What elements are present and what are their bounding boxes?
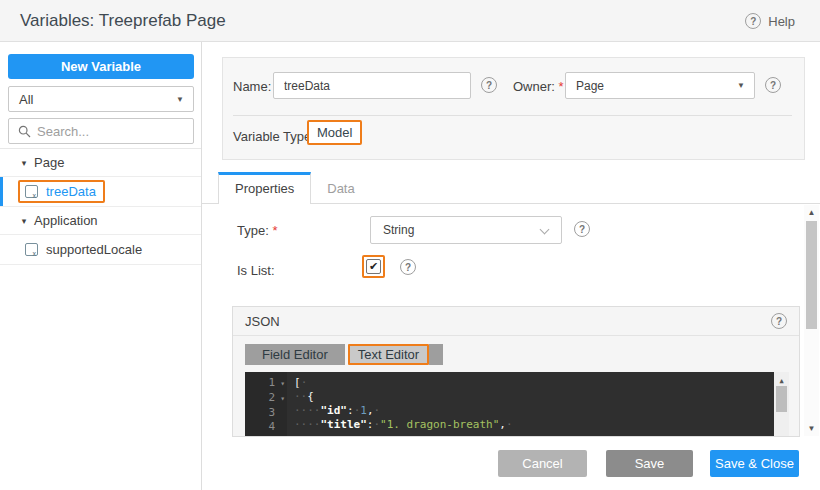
search-icon — [18, 125, 31, 138]
tree-group-application[interactable]: ▾ Application — [0, 207, 201, 235]
tree-group-label: Page — [34, 155, 64, 170]
variable-type-value-highlighted: Model — [307, 120, 362, 145]
variables-tree: ▾ Page x treeData ▾ Application x suppor… — [0, 148, 201, 265]
editor-scrollbar-thumb[interactable] — [776, 386, 787, 412]
name-help-icon[interactable]: ? — [481, 77, 497, 93]
name-field[interactable] — [273, 72, 471, 99]
save-and-close-button[interactable]: Save & Close — [710, 450, 799, 477]
owner-select[interactable]: Page ▼ — [565, 72, 755, 99]
is-list-checkbox[interactable]: ✔ — [366, 259, 381, 274]
tree-group-page[interactable]: ▾ Page — [0, 149, 201, 177]
fold-icon[interactable]: ▾ — [275, 392, 285, 406]
variables-sidebar: New Variable All ▼ ▾ Page x treeData — [0, 42, 202, 490]
dialog-header: Variables: Treeprefab Page ? Help — [0, 0, 820, 42]
caret-down-icon: ▼ — [737, 81, 754, 90]
code-line: ····"title":·"1. dragon-breath",· — [294, 418, 774, 432]
editor-code[interactable]: [···{····"id":·1,·····"title":·"1. drago… — [287, 372, 774, 437]
required-marker: * — [272, 223, 277, 238]
model-variable-icon: x — [25, 243, 38, 256]
editor-gutter: 1▾2▾34 — [245, 372, 287, 437]
help-icon: ? — [745, 13, 761, 29]
type-help-icon[interactable]: ? — [574, 221, 590, 237]
toggle-tail — [429, 344, 443, 365]
owner-label: Owner: * — [513, 79, 564, 94]
collapse-triangle-icon: ▾ — [14, 216, 34, 226]
gutter-line: 1▾ — [245, 376, 287, 391]
code-line: [· — [294, 376, 774, 390]
variable-search[interactable] — [8, 118, 194, 144]
gutter-line: 3 — [245, 406, 287, 420]
variable-type-label: Variable Type: — [233, 129, 315, 144]
scroll-down-icon[interactable]: ▼ — [804, 424, 819, 433]
tree-item-supportedlocale[interactable]: x supportedLocale — [0, 235, 201, 265]
chevron-down-icon — [540, 225, 550, 235]
variable-filter-value: All — [9, 92, 176, 107]
type-value: String — [383, 223, 414, 237]
field-editor-toggle[interactable]: Field Editor — [245, 344, 345, 365]
required-marker: * — [559, 79, 564, 94]
page-title: Variables: Treeprefab Page — [20, 0, 226, 42]
cancel-button[interactable]: Cancel — [498, 450, 587, 477]
gutter-line: 4 — [245, 420, 287, 434]
tab-data[interactable]: Data — [311, 175, 370, 203]
tree-item-content: x supportedLocale — [25, 242, 142, 257]
new-variable-button[interactable]: New Variable — [8, 54, 194, 79]
search-input[interactable] — [37, 124, 193, 139]
collapse-triangle-icon: ▾ — [14, 158, 34, 168]
help-label: Help — [768, 14, 795, 29]
selected-indicator-bar — [0, 177, 3, 206]
properties-tab-content: Type: * String ? Is List: ✔ ? JSON ? Fie… — [202, 204, 803, 437]
fold-icon[interactable]: ▾ — [275, 377, 285, 391]
tree-item-treedata[interactable]: x treeData — [0, 177, 201, 207]
highlight-box-treedata: x treeData — [18, 180, 105, 203]
scroll-up-icon[interactable]: ▲ — [804, 208, 819, 217]
tab-properties[interactable]: Properties — [218, 172, 311, 204]
owner-help-icon[interactable]: ? — [765, 77, 781, 93]
tree-item-label: supportedLocale — [46, 242, 142, 257]
gutter-line: 2▾ — [245, 391, 287, 406]
code-line: ··{ — [294, 390, 774, 404]
json-panel-header: JSON ? — [233, 307, 799, 336]
variables-dialog: Variables: Treeprefab Page ? Help New Va… — [0, 0, 820, 490]
divider — [233, 115, 792, 116]
tree-item-label: treeData — [46, 184, 96, 199]
content-scrollbar: ▲ ▼ — [804, 205, 819, 436]
type-select[interactable]: String — [370, 216, 562, 244]
code-line: ····"id":·1,· — [294, 404, 774, 418]
variable-filter-select[interactable]: All ▼ — [8, 86, 194, 112]
model-variable-icon: x — [25, 185, 38, 198]
text-editor-toggle[interactable]: Text Editor — [348, 344, 429, 365]
type-label: Type: * — [237, 223, 277, 238]
caret-down-icon: ▼ — [176, 95, 193, 104]
highlight-box-is-list: ✔ — [362, 255, 385, 278]
json-help-icon[interactable]: ? — [771, 313, 787, 329]
json-title: JSON — [245, 307, 280, 336]
content-scrollbar-thumb[interactable] — [806, 221, 817, 329]
json-code-editor[interactable]: 1▾2▾34 [···{····"id":·1,·····"title":·"1… — [245, 372, 789, 437]
editor-scrollbar: ▲ — [774, 372, 789, 437]
json-panel: JSON ? Field Editor Text Editor 1▾2▾34 [… — [232, 306, 800, 437]
tab-bar: Properties Data — [202, 172, 820, 204]
variable-summary-panel: Name: * ? Owner: * Page ▼ ? Variable Typ… — [222, 57, 805, 160]
owner-value: Page — [566, 79, 737, 93]
tree-group-label: Application — [34, 213, 98, 228]
editor-mode-toggle: Field Editor Text Editor — [245, 344, 443, 365]
help-button[interactable]: ? Help — [745, 0, 795, 42]
save-button[interactable]: Save — [606, 450, 693, 477]
is-list-label: Is List: — [237, 263, 275, 278]
is-list-help-icon[interactable]: ? — [400, 259, 416, 275]
